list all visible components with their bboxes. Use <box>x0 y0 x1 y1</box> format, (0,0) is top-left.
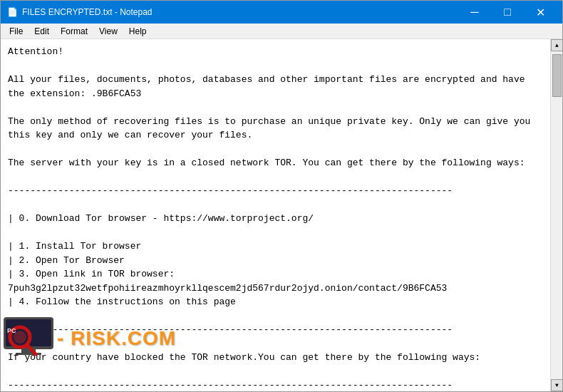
maximize-button[interactable]: □ <box>491 1 524 24</box>
window-title: FILES ENCRYPTED.txt - Notepad <box>22 7 458 17</box>
title-bar: 📄 FILES ENCRYPTED.txt - Notepad ─ □ ✕ <box>1 1 562 24</box>
menu-bar: File Edit Format View Help <box>1 24 562 39</box>
menu-file[interactable]: File <box>4 25 29 37</box>
scroll-track[interactable] <box>551 51 562 379</box>
menu-format[interactable]: Format <box>55 25 93 37</box>
scrollbar: ▲ ▼ <box>550 39 562 391</box>
menu-help[interactable]: Help <box>123 25 153 37</box>
text-editor[interactable]: Attention! All your files, documents, ph… <box>1 39 550 391</box>
scroll-down-button[interactable]: ▼ <box>551 379 562 391</box>
content-area: Attention! All your files, documents, ph… <box>1 39 562 391</box>
scroll-up-button[interactable]: ▲ <box>551 39 562 51</box>
menu-view[interactable]: View <box>93 25 123 37</box>
menu-edit[interactable]: Edit <box>29 25 55 37</box>
notepad-window: 📄 FILES ENCRYPTED.txt - Notepad ─ □ ✕ Fi… <box>0 0 563 392</box>
minimize-button[interactable]: ─ <box>458 1 491 24</box>
window-controls: ─ □ ✕ <box>458 1 557 24</box>
close-button[interactable]: ✕ <box>524 1 557 24</box>
app-icon: 📄 <box>6 6 18 18</box>
scroll-thumb[interactable] <box>552 54 562 97</box>
